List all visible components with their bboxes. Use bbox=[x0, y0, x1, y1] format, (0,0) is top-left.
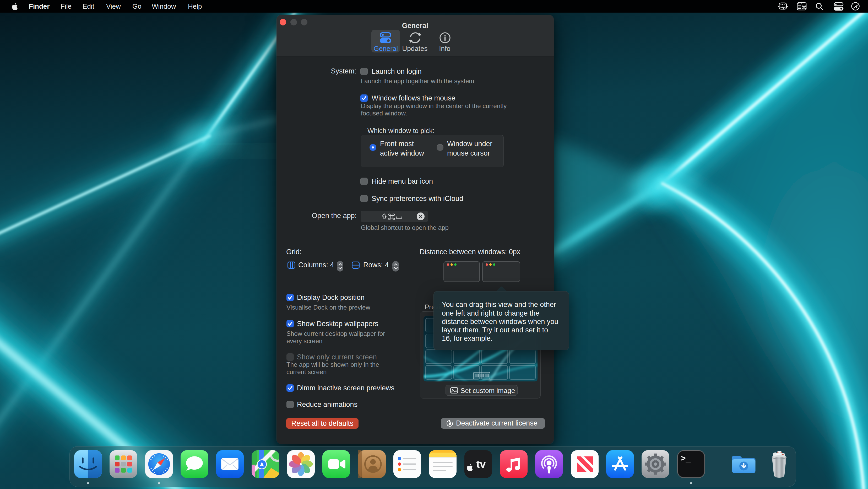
svg-text:tv: tv bbox=[476, 458, 486, 470]
svg-text:>_: >_ bbox=[681, 453, 691, 463]
